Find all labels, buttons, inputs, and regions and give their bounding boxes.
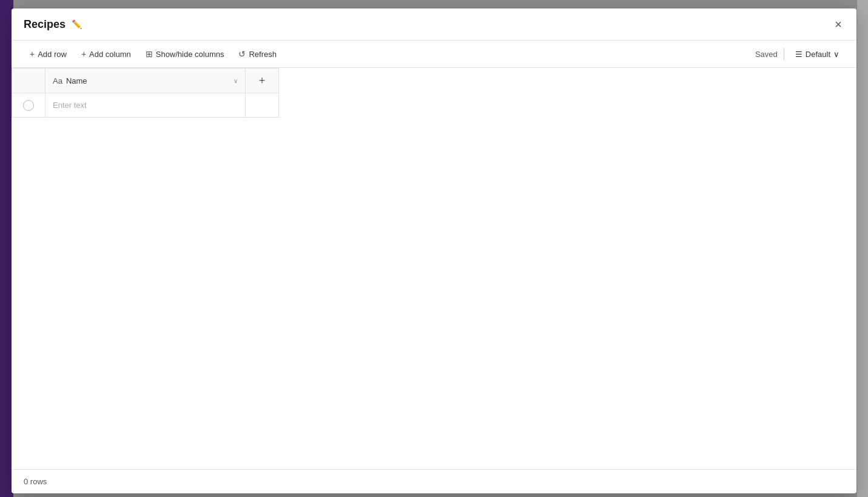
show-hide-icon: ⊞ (146, 49, 153, 59)
data-table: Aa Name ∨ + (12, 68, 279, 118)
table-row (12, 93, 279, 118)
add-row-icon: + (30, 49, 35, 59)
column-header-add[interactable]: + (246, 68, 279, 93)
modal-title: Recipes (24, 18, 66, 31)
close-button[interactable]: × (832, 16, 844, 33)
refresh-icon: ↺ (238, 49, 246, 59)
default-view-button[interactable]: ☰ Default ∨ (790, 47, 844, 62)
row-name-cell[interactable] (45, 93, 246, 118)
default-view-icon: ☰ (795, 50, 802, 59)
refresh-button[interactable]: ↺ Refresh (232, 45, 283, 62)
title-area: Recipes ✏️ (24, 18, 82, 31)
column-header-check (12, 68, 45, 93)
chevron-down-icon: ∨ (833, 50, 839, 59)
toolbar-right: Saved ☰ Default ∨ (755, 47, 844, 62)
add-row-button[interactable]: + Add row (24, 45, 73, 62)
modal-container: Recipes ✏️ × + Add row + Add column ⊞ Sh… (12, 8, 856, 493)
row-checkbox[interactable] (23, 100, 34, 111)
column-header-name[interactable]: Aa Name ∨ (45, 68, 246, 93)
row-count-footer: 0 rows (12, 469, 856, 493)
add-column-icon: + (81, 49, 86, 59)
show-hide-label: Show/hide columns (156, 50, 224, 59)
default-view-label: Default (806, 50, 830, 59)
column-type-icon: Aa (53, 76, 62, 85)
sort-icon: ∨ (234, 78, 238, 84)
refresh-label: Refresh (249, 50, 277, 59)
modal-overlay: Recipes ✏️ × + Add row + Add column ⊞ Sh… (0, 0, 868, 497)
saved-status: Saved (755, 50, 778, 59)
row-name-input[interactable] (45, 93, 245, 117)
column-name-label: Name (66, 76, 230, 85)
modal-header: Recipes ✏️ × (12, 8, 856, 41)
edit-icon[interactable]: ✏️ (72, 19, 82, 29)
row-count-label: 0 rows (24, 477, 47, 486)
row-extra-cell (246, 93, 279, 118)
show-hide-columns-button[interactable]: ⊞ Show/hide columns (140, 45, 230, 62)
add-column-button[interactable]: + Add column (75, 45, 137, 62)
row-checkbox-cell (12, 93, 45, 118)
toolbar-divider (784, 48, 784, 60)
add-column-label: Add column (89, 50, 131, 59)
toolbar: + Add row + Add column ⊞ Show/hide colum… (12, 41, 856, 68)
table-area: Aa Name ∨ + (12, 68, 856, 469)
add-row-label: Add row (38, 50, 67, 59)
add-column-inline-button[interactable]: + (246, 68, 278, 93)
